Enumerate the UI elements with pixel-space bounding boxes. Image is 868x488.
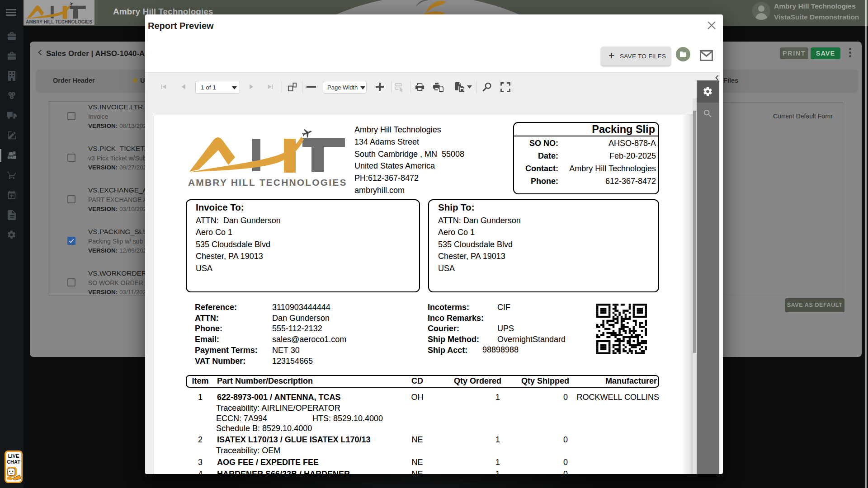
svg-text:AMBRY HILL TECHNOLOGIES: AMBRY HILL TECHNOLOGIES — [188, 177, 346, 188]
svg-text:AMBRY HILL TECHNOLOGIES: AMBRY HILL TECHNOLOGIES — [26, 19, 92, 24]
